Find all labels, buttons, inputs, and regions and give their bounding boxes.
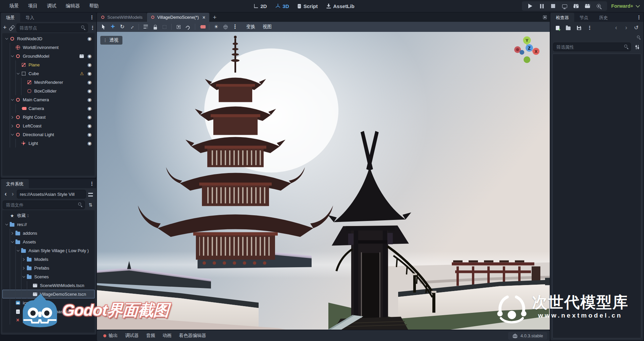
scene-tree-options-button[interactable] xyxy=(90,24,95,32)
property-tools-button[interactable] xyxy=(633,43,641,51)
visibility-eye-icon[interactable] xyxy=(88,71,92,76)
menu-item[interactable]: 场景 xyxy=(5,2,23,10)
nav-forward-button[interactable] xyxy=(10,190,16,198)
viewport-tool-button[interactable] xyxy=(198,22,207,31)
expand-arrow-icon[interactable] xyxy=(4,36,9,41)
expand-arrow-icon[interactable] xyxy=(4,213,9,218)
scene-tree-row[interactable]: Main Camera xyxy=(2,95,95,104)
expand-arrow-icon[interactable] xyxy=(10,45,15,50)
bottom-panel-tab[interactable]: 着色器编辑器 xyxy=(175,331,210,340)
warning-icon[interactable] xyxy=(80,71,84,76)
expand-arrow-icon[interactable] xyxy=(10,123,15,128)
menu-item[interactable]: 调试 xyxy=(43,2,60,10)
expand-arrow-icon[interactable] xyxy=(21,80,26,85)
viewport-tool-button[interactable] xyxy=(195,24,195,30)
context-switch-button[interactable]: AssetLib xyxy=(324,2,356,10)
close-icon[interactable] xyxy=(203,15,205,20)
menu-item[interactable]: 编辑器 xyxy=(62,2,84,10)
viewport-tool-button[interactable] xyxy=(139,24,139,30)
expand-arrow-icon[interactable] xyxy=(10,300,15,305)
visibility-eye-icon[interactable] xyxy=(88,36,92,41)
viewport-tool-button[interactable] xyxy=(151,22,160,31)
scene-tree-row[interactable]: Directional Light xyxy=(2,130,95,139)
viewport-tool-button[interactable] xyxy=(209,24,209,30)
expand-arrow-icon[interactable] xyxy=(21,274,26,279)
scene-tree-row[interactable]: Right Coast xyxy=(2,113,95,121)
playback-button[interactable] xyxy=(570,2,582,10)
expand-arrow-icon[interactable] xyxy=(16,141,21,146)
scene-tree-row[interactable]: Light xyxy=(2,139,95,148)
dock-tab[interactable]: 历史 xyxy=(594,13,613,22)
filesystem-row[interactable]: addons xyxy=(2,229,95,237)
dock-menu-button[interactable] xyxy=(636,14,642,20)
scene-tree-row[interactable]: MeshRenderer xyxy=(2,78,95,87)
visibility-eye-icon[interactable] xyxy=(88,132,92,137)
visibility-eye-icon[interactable] xyxy=(88,80,92,85)
visibility-eye-icon[interactable] xyxy=(88,141,92,146)
viewport-tool-button[interactable] xyxy=(171,24,172,30)
scene-tree-row[interactable]: Camera xyxy=(2,104,95,113)
viewport-tool-button[interactable] xyxy=(127,22,136,31)
expand-arrow-icon[interactable] xyxy=(10,318,15,323)
filesystem-row[interactable]: Asian Style Village ( Low Poly ) xyxy=(2,246,95,255)
open-docs-icon[interactable] xyxy=(637,35,641,39)
inspector-tool-button[interactable] xyxy=(564,24,573,32)
axis-gizmo[interactable]: Y Z X xyxy=(512,35,542,65)
dock-tab[interactable]: 节点 xyxy=(574,13,594,22)
playback-button[interactable] xyxy=(536,2,547,10)
dock-menu-button[interactable] xyxy=(89,14,95,20)
add-node-button[interactable] xyxy=(3,24,7,32)
filesystem-row[interactable]: Scenes xyxy=(2,272,95,281)
filesystem-row[interactable]: Models xyxy=(2,255,95,264)
expand-arrow-icon[interactable] xyxy=(10,54,15,59)
playback-button[interactable] xyxy=(525,2,536,10)
expand-arrow-icon[interactable] xyxy=(16,248,21,253)
context-switch-button[interactable]: Script xyxy=(296,2,320,10)
viewport-tool-button[interactable] xyxy=(118,22,127,31)
expand-viewport-button[interactable] xyxy=(540,13,550,22)
viewport-menu[interactable]: 变换 xyxy=(243,22,259,31)
bottom-panel-tab[interactable]: 输出 xyxy=(100,331,121,340)
expand-arrow-icon[interactable] xyxy=(10,239,15,244)
dock-menu-button[interactable] xyxy=(89,181,95,187)
toggle-split-mode-button[interactable] xyxy=(87,190,94,198)
visibility-eye-icon[interactable] xyxy=(88,123,92,128)
inspector-tool-button[interactable] xyxy=(585,24,594,32)
nav-back-button[interactable] xyxy=(3,190,9,198)
expand-arrow-icon[interactable] xyxy=(16,71,21,76)
viewport-tool-button[interactable] xyxy=(230,22,239,31)
expand-arrow-icon[interactable] xyxy=(27,283,32,288)
perspective-menu-button[interactable]: ⋮ 透视 xyxy=(100,36,122,45)
scene-tree-row[interactable]: Plane xyxy=(2,60,95,69)
visibility-eye-icon[interactable] xyxy=(88,97,92,102)
viewport-tool-button[interactable] xyxy=(160,22,169,31)
viewport-tool-button[interactable] xyxy=(141,22,150,31)
filter-files-input[interactable] xyxy=(3,201,85,209)
expand-arrow-icon[interactable] xyxy=(21,266,26,271)
expand-arrow-icon[interactable] xyxy=(16,62,21,67)
filesystem-row[interactable]: _sentinel_file.png xyxy=(2,316,95,325)
viewport-tool-button[interactable] xyxy=(183,22,193,31)
scene-tab[interactable]: VillageDemoScene(*) xyxy=(147,13,209,22)
expand-arrow-icon[interactable] xyxy=(10,115,15,120)
inspector-tool-button[interactable] xyxy=(553,24,562,32)
expand-arrow-icon[interactable] xyxy=(10,97,15,102)
filesystem-row[interactable]: icon.svg xyxy=(2,298,95,307)
current-path-input[interactable] xyxy=(17,190,86,198)
filesystem-row[interactable]: SceneWithModels.tscn xyxy=(2,281,95,290)
context-switch-button[interactable]: 2D xyxy=(252,2,269,10)
scene-tree-row[interactable]: BoxCollider xyxy=(2,87,95,95)
renderer-select[interactable]: Forward+ xyxy=(611,3,641,9)
playback-button[interactable] xyxy=(593,2,604,10)
dock-tab[interactable]: 导入 xyxy=(20,13,40,22)
scene-tab[interactable]: SceneWithModels xyxy=(97,13,147,22)
bottom-panel-tab[interactable]: 音频 xyxy=(143,331,159,340)
filesystem-row[interactable]: Assets xyxy=(2,237,95,246)
filter-nodes-input[interactable] xyxy=(16,23,88,32)
expand-arrow-icon[interactable] xyxy=(10,231,15,236)
scene-tree-row[interactable]: GroundModel xyxy=(2,52,95,60)
filesystem-row[interactable]: 收藏： xyxy=(2,211,95,220)
scene-tree-row[interactable]: WorldEnvironment xyxy=(2,43,95,52)
viewport-menu[interactable]: 视图 xyxy=(259,22,275,31)
viewport-tool-button[interactable] xyxy=(221,22,230,31)
